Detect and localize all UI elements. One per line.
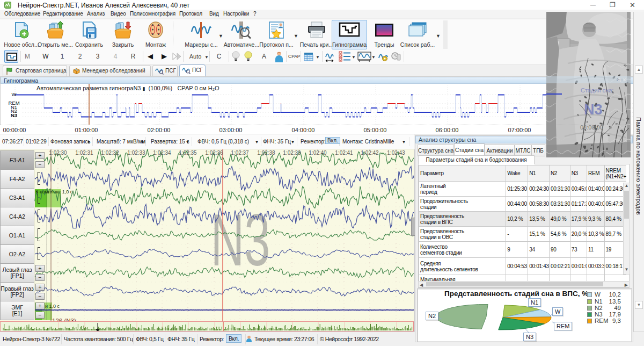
svg-text:N3: N3	[211, 199, 270, 281]
